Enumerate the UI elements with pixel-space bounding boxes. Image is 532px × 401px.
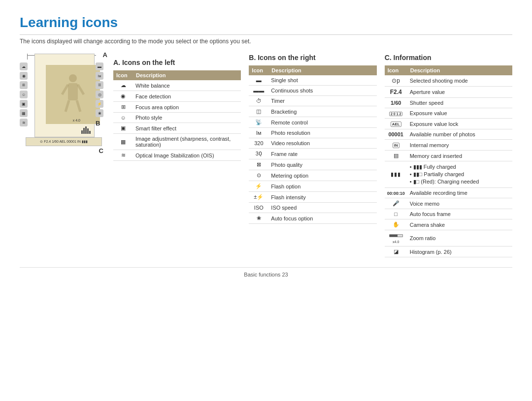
table-row: 📡 Remote control [249,117,376,128]
desc-cell: Metering option [268,170,376,181]
desc-cell: ISO speed [268,203,376,213]
table-row: F2.4 Aperture value [385,87,512,98]
icon-cell: IN [385,140,407,151]
section-b: B. Icons on the right Icon Description ▬… [249,54,376,257]
desc-cell: Remote control [268,117,376,128]
table-row: ISO ISO speed [249,203,376,213]
section-c-title: C. Information [385,54,512,62]
icon-cell: 📡 [249,117,268,128]
table-row: ▤ Memory card inserted [385,151,512,161]
icon-cell: ▣ [113,123,133,134]
desc-cell: Aperture value [407,87,512,98]
table-row: ◪ Histogram (p. 26) [385,247,512,257]
section-c: C. Information Icon Description ⊙p Selec… [385,54,512,257]
desc-cell: Photo resolution [268,128,376,138]
desc-cell: Available number of photos [407,129,512,140]
icon-cell: Iм [249,128,268,138]
section-a: A. Icons on the left Icon Description ☁ … [113,54,241,257]
table-row: ☁ White balance [113,80,241,91]
desc-cell: Face detection [133,91,241,102]
label-b: B [96,120,103,127]
desc-cell: Shutter speed [407,98,512,108]
svg-rect-10 [89,131,91,134]
page-footer: Basic functions 23 [20,267,512,278]
icon-cell: ☺ [113,113,133,123]
desc-cell: ▮▮▮ Fully charged▮▮□ Partially charged▮□… [407,161,512,188]
section-b-table: Icon Description ▬ Single shot ▬▬ Contin… [249,65,376,224]
icon-cell: □ [385,209,407,219]
table-row: AEL Exposure value lock [385,119,512,129]
desc-cell: Frame rate [268,149,376,159]
table-row: 🎤 Voice memo [385,198,512,209]
icon-cell: ISO [249,203,268,213]
desc-cell: White balance [133,80,241,91]
table-row: ☺ Photo style [113,113,241,123]
icon-cell: x4.0 [385,230,407,247]
desc-cell: Memory card inserted [407,151,512,161]
section-c-col-desc: Description [407,65,512,75]
icon-cell: ⊞ [113,102,133,113]
desc-cell: Selected shooting mode [407,75,512,87]
svg-rect-8 [85,126,87,134]
table-row: ±⚡ Flash intensity [249,192,376,203]
icon-cell: AEL [385,119,407,129]
desc-cell: Flash intensity [268,192,376,203]
icon-cell: 2 0 1 2 [385,108,407,119]
desc-cell: Auto focus frame [407,209,512,219]
desc-cell: Camera shake [407,219,512,230]
section-b-col-icon: Icon [249,65,268,75]
svg-line-3 [78,85,84,94]
icon-cell: 320 [249,138,268,149]
desc-cell: Internal memory [407,140,512,151]
icon-cell: ❀ [249,213,268,224]
icon-cell: ◫ [249,106,268,117]
icon-cell: ▤ [385,151,407,161]
table-row: x4.0 Zoom ratio [385,230,512,247]
section-c-col-icon: Icon [385,65,407,75]
table-row: ▮▮▮ ▮▮▮ Fully charged▮▮□ Partially charg… [385,161,512,188]
label-a: A [103,51,107,59]
desc-cell: Single shot [268,75,376,86]
svg-line-2 [62,85,68,94]
cam-left-icons: ☁ ◉ ⊞ ☺ ▣ ▦ ≋ [20,62,28,126]
svg-rect-6 [81,130,83,134]
svg-line-5 [77,100,80,112]
icon-cell: ⚡ [249,181,268,192]
desc-cell: Photo quality [268,159,376,170]
table-row: □ Auto focus frame [385,209,512,219]
icon-cell: 🎤 [385,198,407,209]
svg-point-0 [69,74,77,82]
table-row: ▬▬ Continuous shots [249,86,376,96]
desc-cell: Smart filter effect [133,123,241,134]
table-row: ❀ Auto focus option [249,213,376,224]
icon-cell: ⊙ [249,170,268,181]
section-b-col-desc: Description [268,65,376,75]
section-a-col-desc: Description [133,70,241,80]
table-row: ◫ Bracketing [249,106,376,117]
table-row: 2 0 1 2 Exposure value [385,108,512,119]
table-row: ✋ Camera shake [385,219,512,230]
table-row: ⊙ Metering option [249,170,376,181]
page-subtitle: The icons displayed will change accordin… [20,38,512,45]
desc-cell: Focus area option [133,102,241,113]
icon-cell: 00:00:10 [385,188,407,198]
camera-bottom-bar: ⊙ F2.4 1/60 AEL 00001 IN ▮▮▮ [26,137,102,146]
desc-cell: Flash option [268,181,376,192]
icon-cell: ▦ [113,134,133,150]
table-row: ⊠ Photo quality [249,159,376,170]
section-a-title: A. Icons on the left [113,59,241,66]
svg-rect-9 [87,128,89,134]
icon-cell: ⊠ [249,159,268,170]
icon-cell: 30̣ [249,149,268,159]
table-row: 320 Video resolution [249,138,376,149]
section-a-col-icon: Icon [113,70,133,80]
desc-cell: Continuous shots [268,86,376,96]
table-row: IN Internal memory [385,140,512,151]
table-row: ◉ Face detection [113,91,241,102]
icon-cell: ☁ [113,80,133,91]
section-c-table: Icon Description ⊙p Selected shooting mo… [385,65,512,257]
cam-right-icons: ▬ Iм ☰ ◎ ⚡ ❀ B [96,62,103,127]
icon-cell: ⊙p [385,75,407,87]
desc-cell: Histogram (p. 26) [407,247,512,257]
svg-rect-7 [83,128,85,134]
